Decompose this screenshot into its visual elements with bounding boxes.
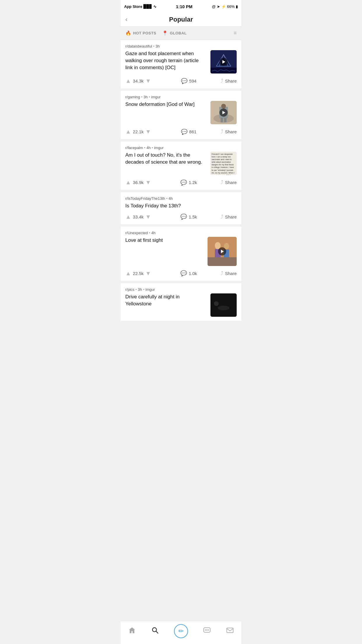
page-title: Popular [169, 16, 193, 23]
comment-count: 1.5k [189, 214, 197, 219]
share-icon[interactable]: ⤴ [221, 270, 223, 276]
share-icon[interactable]: ⤴ [221, 179, 223, 186]
post-card: r/pics • 3h • imgur Drive carefully at n… [121, 283, 241, 321]
nav-header: ‹ Popular [121, 13, 241, 27]
svg-rect-20 [210, 293, 237, 317]
post-title[interactable]: Snow deformation [God of War] [125, 101, 207, 108]
upvote-icon[interactable]: ▲ [125, 78, 131, 84]
share-label[interactable]: Share [225, 180, 237, 185]
menu-button[interactable]: ≡ [233, 30, 237, 36]
subreddit-link[interactable]: r/dataisbeautiful [125, 44, 152, 48]
svg-point-10 [221, 104, 226, 108]
upvote-icon[interactable]: ▲ [125, 270, 131, 277]
vote-count: 33.4k [133, 214, 144, 219]
downvote-icon[interactable]: ▼ [145, 128, 151, 135]
comment-icon[interactable]: 💬 [180, 179, 187, 186]
subreddit-link[interactable]: r/Unexpected [125, 231, 148, 235]
comment-count: 861 [189, 129, 196, 134]
post-title[interactable]: Is Today Friday the 13th? [125, 202, 237, 209]
post-thumbnail[interactable] [210, 293, 237, 317]
upvote-icon[interactable]: ▲ [125, 128, 131, 135]
subreddit-link[interactable]: r/facepalm [125, 146, 143, 150]
svg-point-22 [218, 306, 229, 310]
post-thumbnail[interactable] [208, 237, 237, 266]
share-icon[interactable]: ⤴ [221, 129, 223, 135]
comment-count: 1.2k [189, 180, 197, 185]
at-icon: @ [212, 4, 216, 9]
post-card: r/facepalm • 4h • imgur Am I out of touc… [121, 141, 241, 190]
post-card: r/Unexpected • 4h Love at first sight [121, 227, 241, 281]
comment-count: 594 [189, 78, 196, 83]
share-label[interactable]: Share [225, 214, 237, 219]
bluetooth-icon: ⚡ [221, 4, 226, 9]
subreddit-link[interactable]: r/gaming [125, 95, 140, 99]
downvote-icon[interactable]: ▼ [145, 78, 151, 84]
global-filter[interactable]: 📍 GLOBAL [162, 30, 187, 36]
battery-percent: 66% [227, 4, 235, 9]
post-card: r/IsTodayFridayThe13th • 4h Is Today Fri… [121, 192, 241, 224]
play-button[interactable] [218, 247, 226, 256]
status-time: 1:10 PM [176, 4, 193, 9]
downvote-icon[interactable]: ▼ [145, 270, 151, 277]
downvote-icon[interactable]: ▼ [145, 179, 151, 186]
share-label[interactable]: Share [225, 78, 237, 83]
post-meta: r/facepalm • 4h • imgur [125, 146, 237, 150]
comment-icon[interactable]: 💬 [180, 214, 187, 220]
post-card: r/gaming • 3h • imgur Snow deformation [… [121, 91, 241, 139]
post-card: r/dataisbeautiful • 3h Gaze and foot pla… [121, 40, 241, 88]
post-meta: r/pics • 3h • imgur [125, 287, 237, 292]
filter-bar: 🔥 HOT POSTS 📍 GLOBAL ≡ [121, 27, 241, 40]
vote-count: 34.3k [133, 78, 144, 83]
upvote-icon[interactable]: ▲ [125, 179, 131, 186]
post-meta: r/IsTodayFridayThe13th • 4h [125, 196, 237, 201]
share-label[interactable]: Share [225, 129, 237, 134]
post-title[interactable]: Drive carefully at night in Yellowstone [125, 293, 207, 307]
upvote-icon[interactable]: ▲ [125, 214, 131, 220]
svg-rect-19 [208, 257, 237, 266]
post-title[interactable]: Gaze and foot placement when walking ove… [125, 50, 207, 71]
signal-icon: ▉▉▊ [143, 4, 152, 9]
vote-count: 36.9k [133, 180, 144, 185]
downvote-icon[interactable]: ▼ [145, 214, 151, 220]
share-icon[interactable]: ⤴ [221, 78, 223, 84]
post-thumbnail[interactable] [210, 101, 237, 124]
flame-icon: 🔥 [125, 30, 131, 36]
subreddit-link[interactable]: r/IsTodayFridayThe13th [125, 196, 165, 201]
post-thumbnail[interactable] [210, 50, 237, 74]
comment-icon[interactable]: 💬 [181, 78, 187, 84]
vote-count: 22.1k [133, 129, 144, 134]
post-title[interactable]: Love at first sight [125, 237, 204, 244]
post-meta: r/dataisbeautiful • 3h [125, 44, 237, 48]
battery-icon: ▮ [236, 4, 238, 9]
wifi-icon: ∿ [153, 4, 157, 9]
location-pin-icon: 📍 [162, 30, 168, 36]
back-button[interactable]: ‹ [125, 16, 127, 23]
hot-posts-filter[interactable]: 🔥 HOT POSTS [125, 30, 156, 36]
share-label[interactable]: Share [225, 271, 237, 276]
comment-icon[interactable]: 💬 [180, 270, 187, 276]
subreddit-link[interactable]: r/pics [125, 287, 134, 292]
status-bar: App Store ▉▉▊ ∿ 1:10 PM @ ➤ ⚡ 66% ▮ [121, 0, 241, 13]
svg-rect-11 [221, 118, 223, 122]
app-store-label: App Store [124, 4, 142, 9]
post-thumbnail[interactable]: Friends!!! I am desperate here: I am a n… [210, 152, 237, 175]
svg-point-21 [214, 301, 219, 306]
location-icon: ➤ [217, 4, 220, 9]
comment-count: 1.0k [189, 271, 197, 276]
play-button[interactable] [219, 58, 228, 66]
post-title[interactable]: Am I out of touch? No, it's the decades … [125, 152, 207, 166]
global-label: GLOBAL [170, 31, 187, 35]
svg-rect-12 [224, 118, 226, 122]
hot-posts-label: HOT POSTS [133, 31, 157, 35]
comment-icon[interactable]: 💬 [181, 129, 187, 135]
play-button[interactable] [219, 108, 228, 117]
post-meta: r/Unexpected • 4h [125, 231, 237, 235]
share-icon[interactable]: ⤴ [221, 214, 223, 220]
post-meta: r/gaming • 3h • imgur [125, 95, 237, 99]
vote-count: 22.5k [133, 271, 144, 276]
